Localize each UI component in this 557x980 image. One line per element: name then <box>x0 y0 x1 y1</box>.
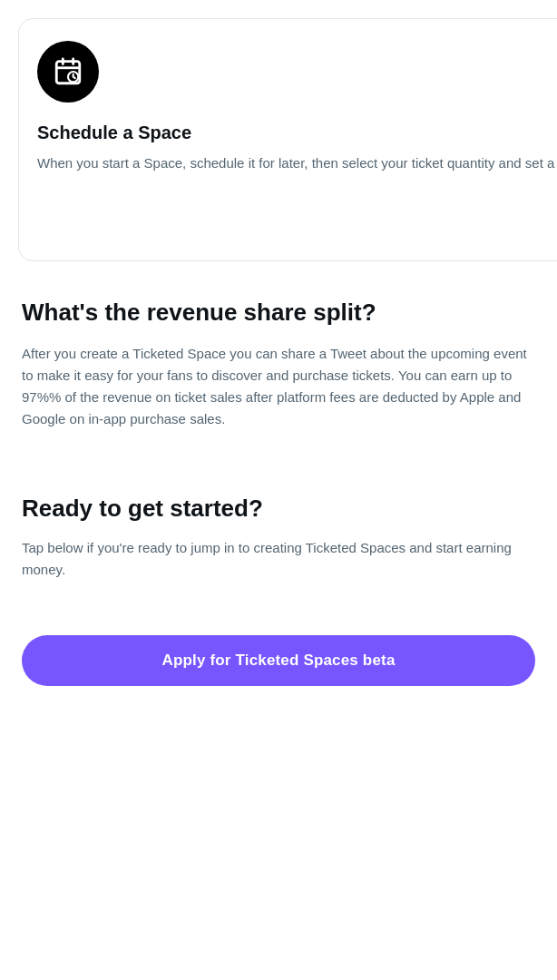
ready-title: Ready to get started? <box>22 494 535 524</box>
divider <box>0 457 557 485</box>
calendar-clock-icon <box>37 41 99 103</box>
ready-section: Ready to get started? Tap below if you'r… <box>0 485 557 599</box>
cards-row: Schedule a Space When you start a Space,… <box>0 0 557 289</box>
button-section: Apply for Ticketed Spaces beta <box>0 599 557 713</box>
schedule-space-card: Schedule a Space When you start a Space,… <box>18 18 557 261</box>
revenue-title: What's the revenue share split? <box>22 298 535 328</box>
apply-button[interactable]: Apply for Ticketed Spaces beta <box>22 635 535 686</box>
revenue-body: After you create a Ticketed Space you ca… <box>22 343 535 430</box>
ready-body: Tap below if you're ready to jump in to … <box>22 537 535 581</box>
card1-title: Schedule a Space <box>37 121 557 144</box>
revenue-section: What's the revenue share split? After yo… <box>0 289 557 457</box>
card1-description: When you start a Space, schedule it for … <box>37 153 557 174</box>
